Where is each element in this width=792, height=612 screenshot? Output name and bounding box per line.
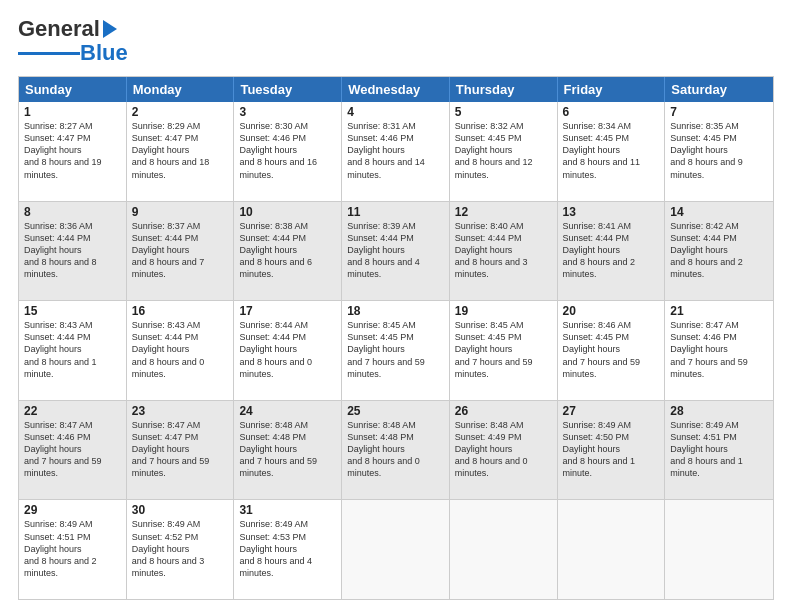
- day-number: 12: [455, 205, 552, 219]
- cell-info: Sunrise: 8:36 AMSunset: 4:44 PMDaylight …: [24, 220, 121, 281]
- calendar-cell: [450, 500, 558, 599]
- cell-info: Sunrise: 8:48 AMSunset: 4:48 PMDaylight …: [239, 419, 336, 480]
- calendar-cell: 9Sunrise: 8:37 AMSunset: 4:44 PMDaylight…: [127, 202, 235, 301]
- calendar-cell: 10Sunrise: 8:38 AMSunset: 4:44 PMDayligh…: [234, 202, 342, 301]
- calendar-cell: 17Sunrise: 8:44 AMSunset: 4:44 PMDayligh…: [234, 301, 342, 400]
- day-number: 23: [132, 404, 229, 418]
- cell-info: Sunrise: 8:45 AMSunset: 4:45 PMDaylight …: [455, 319, 552, 380]
- calendar-cell: 11Sunrise: 8:39 AMSunset: 4:44 PMDayligh…: [342, 202, 450, 301]
- cell-info: Sunrise: 8:47 AMSunset: 4:46 PMDaylight …: [24, 419, 121, 480]
- day-number: 21: [670, 304, 768, 318]
- calendar-cell: 23Sunrise: 8:47 AMSunset: 4:47 PMDayligh…: [127, 401, 235, 500]
- logo-general: General: [18, 16, 100, 42]
- cell-info: Sunrise: 8:40 AMSunset: 4:44 PMDaylight …: [455, 220, 552, 281]
- cell-info: Sunrise: 8:47 AMSunset: 4:46 PMDaylight …: [670, 319, 768, 380]
- day-number: 28: [670, 404, 768, 418]
- cell-info: Sunrise: 8:48 AMSunset: 4:48 PMDaylight …: [347, 419, 444, 480]
- cell-info: Sunrise: 8:49 AMSunset: 4:51 PMDaylight …: [670, 419, 768, 480]
- calendar-cell: 2Sunrise: 8:29 AMSunset: 4:47 PMDaylight…: [127, 102, 235, 201]
- calendar-cell: 27Sunrise: 8:49 AMSunset: 4:50 PMDayligh…: [558, 401, 666, 500]
- calendar-cell: 13Sunrise: 8:41 AMSunset: 4:44 PMDayligh…: [558, 202, 666, 301]
- cell-info: Sunrise: 8:49 AMSunset: 4:51 PMDaylight …: [24, 518, 121, 579]
- calendar-cell: 18Sunrise: 8:45 AMSunset: 4:45 PMDayligh…: [342, 301, 450, 400]
- calendar-cell: 19Sunrise: 8:45 AMSunset: 4:45 PMDayligh…: [450, 301, 558, 400]
- calendar-header-cell: Friday: [558, 77, 666, 102]
- calendar-cell: 7Sunrise: 8:35 AMSunset: 4:45 PMDaylight…: [665, 102, 773, 201]
- day-number: 13: [563, 205, 660, 219]
- cell-info: Sunrise: 8:29 AMSunset: 4:47 PMDaylight …: [132, 120, 229, 181]
- calendar-row: 29Sunrise: 8:49 AMSunset: 4:51 PMDayligh…: [19, 499, 773, 599]
- calendar-cell: 6Sunrise: 8:34 AMSunset: 4:45 PMDaylight…: [558, 102, 666, 201]
- cell-info: Sunrise: 8:43 AMSunset: 4:44 PMDaylight …: [132, 319, 229, 380]
- calendar-cell: 15Sunrise: 8:43 AMSunset: 4:44 PMDayligh…: [19, 301, 127, 400]
- calendar-cell: 31Sunrise: 8:49 AMSunset: 4:53 PMDayligh…: [234, 500, 342, 599]
- calendar-header-cell: Saturday: [665, 77, 773, 102]
- calendar-cell: 26Sunrise: 8:48 AMSunset: 4:49 PMDayligh…: [450, 401, 558, 500]
- cell-info: Sunrise: 8:47 AMSunset: 4:47 PMDaylight …: [132, 419, 229, 480]
- calendar-row: 22Sunrise: 8:47 AMSunset: 4:46 PMDayligh…: [19, 400, 773, 500]
- day-number: 6: [563, 105, 660, 119]
- day-number: 15: [24, 304, 121, 318]
- calendar-row: 1Sunrise: 8:27 AMSunset: 4:47 PMDaylight…: [19, 102, 773, 201]
- cell-info: Sunrise: 8:32 AMSunset: 4:45 PMDaylight …: [455, 120, 552, 181]
- day-number: 2: [132, 105, 229, 119]
- cell-info: Sunrise: 8:49 AMSunset: 4:50 PMDaylight …: [563, 419, 660, 480]
- day-number: 30: [132, 503, 229, 517]
- calendar-cell: 5Sunrise: 8:32 AMSunset: 4:45 PMDaylight…: [450, 102, 558, 201]
- page: General Blue SundayMondayTuesdayWednesda…: [0, 0, 792, 612]
- cell-info: Sunrise: 8:31 AMSunset: 4:46 PMDaylight …: [347, 120, 444, 181]
- day-number: 18: [347, 304, 444, 318]
- day-number: 27: [563, 404, 660, 418]
- cell-info: Sunrise: 8:44 AMSunset: 4:44 PMDaylight …: [239, 319, 336, 380]
- calendar-cell: [665, 500, 773, 599]
- calendar-cell: 21Sunrise: 8:47 AMSunset: 4:46 PMDayligh…: [665, 301, 773, 400]
- calendar: SundayMondayTuesdayWednesdayThursdayFrid…: [18, 76, 774, 600]
- cell-info: Sunrise: 8:37 AMSunset: 4:44 PMDaylight …: [132, 220, 229, 281]
- cell-info: Sunrise: 8:49 AMSunset: 4:52 PMDaylight …: [132, 518, 229, 579]
- cell-info: Sunrise: 8:41 AMSunset: 4:44 PMDaylight …: [563, 220, 660, 281]
- day-number: 8: [24, 205, 121, 219]
- calendar-cell: 4Sunrise: 8:31 AMSunset: 4:46 PMDaylight…: [342, 102, 450, 201]
- day-number: 14: [670, 205, 768, 219]
- day-number: 10: [239, 205, 336, 219]
- logo-underline: [18, 52, 80, 55]
- day-number: 9: [132, 205, 229, 219]
- calendar-cell: 14Sunrise: 8:42 AMSunset: 4:44 PMDayligh…: [665, 202, 773, 301]
- calendar-row: 8Sunrise: 8:36 AMSunset: 4:44 PMDaylight…: [19, 201, 773, 301]
- cell-info: Sunrise: 8:35 AMSunset: 4:45 PMDaylight …: [670, 120, 768, 181]
- header: General Blue: [18, 16, 774, 66]
- cell-info: Sunrise: 8:48 AMSunset: 4:49 PMDaylight …: [455, 419, 552, 480]
- calendar-cell: 25Sunrise: 8:48 AMSunset: 4:48 PMDayligh…: [342, 401, 450, 500]
- calendar-cell: 20Sunrise: 8:46 AMSunset: 4:45 PMDayligh…: [558, 301, 666, 400]
- cell-info: Sunrise: 8:30 AMSunset: 4:46 PMDaylight …: [239, 120, 336, 181]
- day-number: 31: [239, 503, 336, 517]
- day-number: 24: [239, 404, 336, 418]
- calendar-header-cell: Monday: [127, 77, 235, 102]
- calendar-header-cell: Wednesday: [342, 77, 450, 102]
- calendar-header-cell: Thursday: [450, 77, 558, 102]
- calendar-cell: 24Sunrise: 8:48 AMSunset: 4:48 PMDayligh…: [234, 401, 342, 500]
- cell-info: Sunrise: 8:43 AMSunset: 4:44 PMDaylight …: [24, 319, 121, 380]
- calendar-cell: 16Sunrise: 8:43 AMSunset: 4:44 PMDayligh…: [127, 301, 235, 400]
- calendar-row: 15Sunrise: 8:43 AMSunset: 4:44 PMDayligh…: [19, 300, 773, 400]
- calendar-cell: 30Sunrise: 8:49 AMSunset: 4:52 PMDayligh…: [127, 500, 235, 599]
- day-number: 20: [563, 304, 660, 318]
- logo-blue: Blue: [80, 40, 128, 66]
- day-number: 11: [347, 205, 444, 219]
- day-number: 1: [24, 105, 121, 119]
- day-number: 5: [455, 105, 552, 119]
- cell-info: Sunrise: 8:49 AMSunset: 4:53 PMDaylight …: [239, 518, 336, 579]
- logo-arrow-icon: [103, 20, 117, 38]
- calendar-header-cell: Sunday: [19, 77, 127, 102]
- day-number: 26: [455, 404, 552, 418]
- day-number: 25: [347, 404, 444, 418]
- day-number: 4: [347, 105, 444, 119]
- day-number: 29: [24, 503, 121, 517]
- calendar-cell: 12Sunrise: 8:40 AMSunset: 4:44 PMDayligh…: [450, 202, 558, 301]
- day-number: 16: [132, 304, 229, 318]
- day-number: 17: [239, 304, 336, 318]
- day-number: 7: [670, 105, 768, 119]
- cell-info: Sunrise: 8:46 AMSunset: 4:45 PMDaylight …: [563, 319, 660, 380]
- calendar-cell: 28Sunrise: 8:49 AMSunset: 4:51 PMDayligh…: [665, 401, 773, 500]
- day-number: 22: [24, 404, 121, 418]
